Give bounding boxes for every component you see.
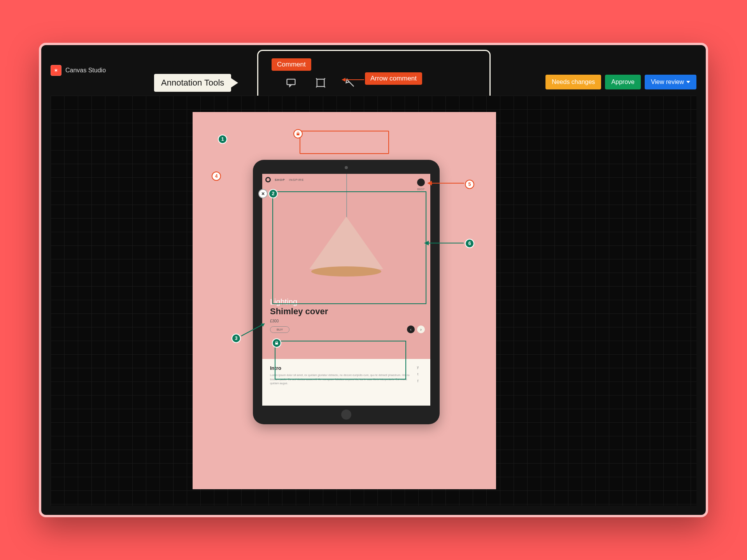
svg-line-2 xyxy=(241,324,265,336)
annotation-marker-6[interactable]: 6 xyxy=(465,239,474,248)
chevron-down-icon xyxy=(686,81,690,83)
mock-logo-icon xyxy=(265,177,271,182)
approve-button[interactable]: Approve xyxy=(605,75,641,89)
app-window: ✶ Canvas Studio Annotation Tools Comment… xyxy=(39,43,708,517)
svg-rect-1 xyxy=(317,79,324,87)
box-comment-tool-icon[interactable] xyxy=(315,77,326,88)
annotation-arrow-6 xyxy=(428,243,464,243)
annotation-box-green-1[interactable] xyxy=(272,191,426,304)
view-review-button[interactable]: View review xyxy=(645,75,696,89)
needs-changes-button[interactable]: Needs changes xyxy=(545,75,601,89)
mock-avatar-number: 0837 xyxy=(417,188,425,191)
intro-social: y t f xyxy=(413,365,423,399)
annotation-marker-3[interactable]: 3 xyxy=(231,334,241,343)
view-review-label: View review xyxy=(651,79,684,86)
social-y-icon: y xyxy=(417,365,419,369)
brand-logo-icon: ✶ xyxy=(51,65,61,76)
annotation-box-red[interactable] xyxy=(300,131,389,154)
mock-avatar xyxy=(417,178,425,186)
buy-button-mock: BUY xyxy=(270,326,289,333)
mock-nav-inspire: INSPIRE xyxy=(289,178,304,182)
social-t-icon: t xyxy=(417,372,419,376)
annotation-marker-1[interactable]: 1 xyxy=(218,135,227,144)
tablet-camera-icon xyxy=(345,166,348,169)
social-f-icon: f xyxy=(417,379,419,383)
brand-name: Canvas Studio xyxy=(65,67,106,74)
tablet-home-icon xyxy=(341,410,351,420)
canvas[interactable]: SHOP INSPIRE 0837 Lighting Shimley cover… xyxy=(51,96,696,506)
brand: ✶ Canvas Studio xyxy=(51,65,106,76)
pager-prev-icon: ‹ xyxy=(407,326,415,333)
pager: ‹ › xyxy=(407,326,425,333)
product-price: £300 xyxy=(270,319,328,323)
annotation-lock-green[interactable] xyxy=(272,338,281,348)
product-name: Shimley cover xyxy=(270,306,328,317)
comment-label: Comment xyxy=(272,58,311,71)
annotation-close-button[interactable]: × xyxy=(258,189,268,198)
svg-rect-0 xyxy=(287,79,295,85)
annotation-arrow-3 xyxy=(237,321,268,337)
annotation-lock-red[interactable] xyxy=(293,129,303,138)
review-actions: Needs changes Approve View review xyxy=(545,75,696,89)
pager-next-icon: › xyxy=(417,326,425,333)
annotation-arrow-5 xyxy=(431,183,464,184)
arrow-comment-label: Arrow comment xyxy=(365,72,422,85)
annotation-tools-callout: Annotation Tools xyxy=(154,74,231,92)
comment-tool-icon[interactable] xyxy=(286,77,296,88)
annotation-marker-4[interactable]: 4 xyxy=(212,172,221,181)
annotation-marker-2[interactable]: 2 xyxy=(268,189,278,198)
annotation-box-green-2[interactable] xyxy=(275,341,406,380)
arrow-label-pointer xyxy=(345,79,364,80)
mock-nav-shop: SHOP xyxy=(275,178,285,182)
annotation-marker-5[interactable]: 5 xyxy=(465,180,474,189)
